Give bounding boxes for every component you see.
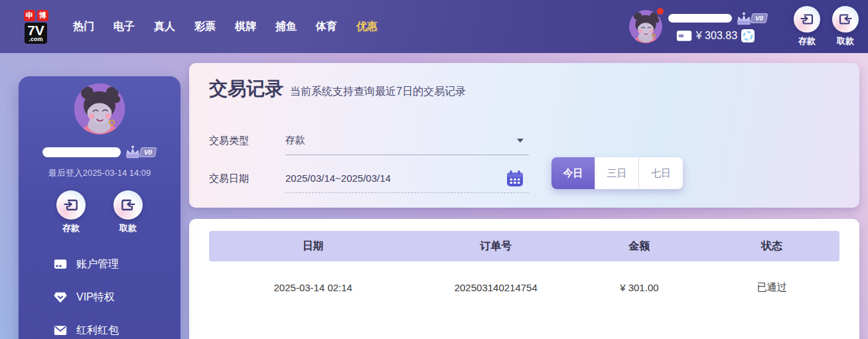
sidebar-withdraw-circle — [113, 190, 143, 220]
transaction-date-value: 2025/03/14~2025/03/14 — [285, 172, 391, 184]
transfer-out-icon — [837, 11, 853, 27]
table-header-amount: 金额 — [575, 239, 704, 253]
transfer-out-icon — [119, 196, 137, 214]
sidebar-username-row: V0 — [42, 145, 156, 159]
table-header-date: 日期 — [209, 239, 417, 253]
sidebar-item-label: 红利红包 — [76, 324, 119, 338]
card-icon — [53, 257, 68, 271]
page-title: 交易记录 — [209, 76, 283, 102]
nav-item-slots[interactable]: 电子 — [113, 20, 135, 34]
sidebar-avatar[interactable] — [73, 82, 126, 135]
tab-three-days[interactable]: 三日 — [595, 157, 639, 189]
nav-item-sports[interactable]: 体育 — [316, 20, 337, 34]
username-redacted — [668, 14, 732, 23]
vip-gem-icon — [53, 290, 68, 305]
transfer-in-icon — [62, 196, 80, 214]
sidebar-deposit-circle — [56, 190, 86, 220]
deposit-circle — [794, 6, 820, 33]
sidebar: V0 最后登入2025-03-14 14:09 存款 取款 账户管理 VIP特权… — [19, 76, 181, 339]
sidebar-deposit-label: 存款 — [62, 222, 80, 234]
calendar-icon[interactable] — [506, 170, 524, 187]
filter-panel: 交易记录 当前系统支持查询最近7日的交易记录 交易类型 存款 交易日期 2025… — [189, 63, 859, 208]
avatar-girl-icon — [628, 9, 663, 44]
transaction-type-value: 存款 — [285, 134, 305, 147]
nav-item-hot[interactable]: 热门 — [73, 20, 94, 34]
user-info: V0 ¥ 303.83 — [668, 11, 767, 42]
sidebar-menu: 账户管理 VIP特权 红利红包 — [19, 247, 181, 339]
nav-item-boardgames[interactable]: 棋牌 — [235, 20, 256, 34]
balance-row: ¥ 303.83 — [676, 29, 767, 42]
title-row: 交易记录 当前系统支持查询最近7日的交易记录 — [209, 76, 466, 102]
transaction-type-label: 交易类型 — [209, 135, 285, 147]
deposit-label: 存款 — [798, 35, 816, 47]
logo-badge-bo: 博 — [37, 10, 48, 21]
sidebar-item-bonus[interactable]: 红利红包 — [53, 314, 181, 339]
table-header-order: 订单号 — [417, 239, 575, 253]
topbar: 申 博 7V .com 热门 电子 真人 彩票 棋牌 捕鱼 体育 优惠 V0 — [0, 0, 868, 53]
withdraw-button[interactable]: 取款 — [832, 6, 859, 47]
table-header-row: 日期 订单号 金额 状态 — [209, 231, 839, 261]
user-avatar[interactable] — [628, 9, 663, 44]
sidebar-vip-level-badge: V0 — [139, 147, 157, 157]
transaction-date-label: 交易日期 — [209, 172, 285, 185]
cell-amount: ¥ 301.00 — [575, 282, 704, 293]
sidebar-withdraw-label: 取款 — [119, 222, 137, 234]
date-range-tabs: 今日 三日 七日 — [551, 157, 683, 189]
nav-item-promotions[interactable]: 优惠 — [356, 20, 378, 34]
transaction-type-select[interactable]: 存款 — [285, 126, 529, 155]
main-nav: 热门 电子 真人 彩票 棋牌 捕鱼 体育 优惠 — [73, 20, 378, 34]
page-subtitle: 当前系统支持查询最近7日的交易记录 — [290, 85, 466, 99]
withdraw-circle — [832, 6, 859, 33]
cell-status: 已通过 — [704, 281, 839, 294]
deposit-button[interactable]: 存款 — [794, 6, 820, 47]
transaction-type-row: 交易类型 存款 — [209, 126, 529, 155]
refresh-balance-icon[interactable] — [741, 29, 755, 42]
transaction-date-picker[interactable]: 2025/03/14~2025/03/14 — [285, 164, 529, 193]
sidebar-item-label: 账户管理 — [76, 257, 119, 271]
user-cluster: V0 ¥ 303.83 存款 取款 — [628, 6, 859, 47]
nav-item-live[interactable]: 真人 — [154, 20, 175, 34]
chevron-down-icon — [517, 139, 524, 143]
balance-amount: ¥ 303.83 — [696, 30, 737, 42]
notification-dot — [657, 8, 664, 15]
logo-badge-shen: 申 — [24, 10, 35, 21]
envelope-icon — [53, 323, 68, 338]
table-header-status: 状态 — [704, 239, 839, 253]
last-login-text: 最后登入2025-03-14 14:09 — [48, 167, 151, 179]
vip-level-badge: V0 — [750, 13, 768, 23]
logo-suffix: .com — [29, 36, 42, 42]
sidebar-deposit-button[interactable]: 存款 — [56, 190, 86, 234]
cell-order-number: 202503140214754 — [417, 282, 575, 293]
table-row: 2025-03-14 02:14 202503140214754 ¥ 301.0… — [209, 261, 839, 313]
nav-item-fishing[interactable]: 捕鱼 — [275, 20, 297, 34]
transactions-table-panel: 日期 订单号 金额 状态 2025-03-14 02:14 2025031402… — [189, 219, 859, 339]
withdraw-label: 取款 — [837, 35, 854, 47]
transfer-in-icon — [799, 11, 815, 27]
sidebar-item-vip[interactable]: VIP特权 — [53, 281, 181, 314]
tab-seven-days[interactable]: 七日 — [639, 157, 683, 189]
wallet-icon — [676, 30, 692, 42]
cell-date: 2025-03-14 02:14 — [209, 282, 417, 293]
sidebar-item-label: VIP特权 — [76, 291, 115, 305]
sidebar-withdraw-button[interactable]: 取款 — [113, 190, 143, 234]
sidebar-actions: 存款 取款 — [56, 190, 143, 234]
sidebar-item-account[interactable]: 账户管理 — [53, 247, 181, 281]
tab-today[interactable]: 今日 — [551, 157, 595, 189]
username-row: V0 — [668, 11, 767, 26]
nav-item-lottery[interactable]: 彩票 — [194, 20, 216, 34]
sidebar-username-redacted — [42, 147, 121, 157]
topbar-actions: 存款 取款 — [794, 6, 859, 47]
site-logo[interactable]: 申 博 7V .com — [19, 10, 53, 44]
transaction-date-row: 交易日期 2025/03/14~2025/03/14 — [209, 164, 529, 193]
logo-box: 7V .com — [25, 23, 47, 44]
logo-badges: 申 博 — [24, 10, 48, 21]
logo-text: 7V — [27, 23, 44, 37]
